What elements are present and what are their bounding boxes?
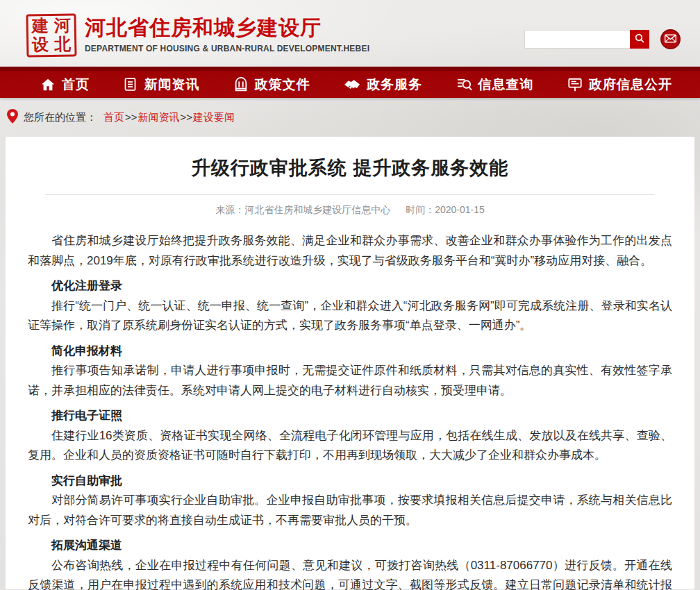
nav-item-disclosure[interactable]: 政府信息公开 [567,76,672,94]
seal-char: 北 [51,35,74,54]
handshake-icon [344,77,360,92]
site-subtitle: DEPARTMENT OF HOUSING & URBAN-RURAL DEVE… [85,44,369,53]
breadcrumb-link-home[interactable]: 首页 [103,111,124,123]
brand-text: 河北省住房和城乡建设厅 DEPARTMENT OF HOUSING & URBA… [85,16,369,53]
section-heading: 简化申报材料 [28,342,672,362]
site-header: 建 河 设 北 河北省住房和城乡建设厅 DEPARTMENT OF HOUSIN… [0,0,700,67]
breadcrumb-prefix: 您所在的位置： [24,111,97,124]
article-intro-paragraph: 省住房和城乡建设厅始终把提升政务服务效能、满足企业和群众办事需求、改善企业和群众… [28,231,672,271]
section-paragraph: 对部分简易许可事项实行企业自助审批。企业申报自助审批事项，按要求填报相关信息后提… [28,491,672,530]
agency-seal-logo: 建 河 设 北 [26,13,76,57]
query-icon [456,77,472,92]
nav-item-policy[interactable]: 政策文件 [233,76,310,94]
section-heading: 拓展沟通渠道 [28,536,672,556]
section-heading: 优化注册登录 [28,276,672,296]
section-paragraph: 住建行业16类资质、资格证书实现全网络、全流程电子化闭环管理与应用，包括在线生成… [28,426,672,466]
mail-icon [665,34,676,45]
article-card: 升级行政审批系统 提升政务服务效能 来源：河北省住房和城乡建设厅信息中心 时间：… [6,137,694,589]
breadcrumb-separator: >> [181,111,193,123]
search-box [524,30,649,49]
nav-label: 政府信息公开 [589,76,672,94]
section-paragraph: 推行“统一门户、统一认证、统一申报、统一查询”，企业和群众进入“河北政务服务网”… [28,296,672,336]
nav-label: 首页 [62,76,90,94]
search-button[interactable] [630,30,649,49]
home-icon [40,77,56,92]
breadcrumb: 您所在的位置： 首页>>新闻资讯>>建设要闻 [0,98,700,137]
nav-label: 政策文件 [255,76,310,94]
article-title: 升级行政审批系统 提升政务服务效能 [28,155,672,180]
seal-char: 建 [29,17,51,36]
site-title: 河北省住房和城乡建设厅 [85,16,369,40]
location-pin-icon [7,109,18,126]
article-time: 时间：2020-01-15 [406,204,485,215]
nav-label: 信息查询 [478,76,534,94]
breadcrumb-link-construction-news[interactable]: 建设要闻 [193,111,235,123]
section-heading: 推行电子证照 [28,406,672,426]
seal-char: 河 [51,16,74,35]
nav-label: 政务服务 [367,76,422,94]
article-source: 来源：河北省住房和城乡建设厅信息中心 [215,204,390,215]
nav-label: 新闻资讯 [144,76,199,94]
main-nav: 首页 新闻资讯 政策文件 政务服务 信息查询 政府信息公开 [0,67,700,98]
policy-icon [233,77,249,92]
section-heading: 实行自助审批 [28,471,672,491]
section-paragraph: 推行事项告知承诺制，申请人进行事项申报时，无需提交证件原件和纸质材料，只需其对信… [28,361,672,401]
search-icon [634,33,645,46]
article-meta: 来源：河北省住房和城乡建设厅信息中心 时间：2020-01-15 [28,204,672,217]
section-paragraph: 公布咨询热线，企业在申报过程中有任何问题、意见和建议，可拨打咨询热线（0311-… [28,556,672,590]
article-body: 省住房和城乡建设厅始终把提升政务服务效能、满足企业和群众办事需求、改善企业和群众… [28,231,672,590]
news-icon [123,77,138,92]
nav-item-home[interactable]: 首页 [40,76,90,94]
breadcrumb-link-news[interactable]: 新闻资讯 [138,111,180,123]
search-input[interactable] [524,30,630,49]
seal-char: 设 [29,35,51,55]
disclosure-icon [567,77,583,92]
nav-item-query[interactable]: 信息查询 [456,76,534,94]
mail-button[interactable] [660,29,681,49]
nav-item-news[interactable]: 新闻资讯 [123,76,199,94]
nav-item-services[interactable]: 政务服务 [344,76,422,94]
breadcrumb-separator: >> [125,111,138,123]
title-divider [45,194,655,195]
